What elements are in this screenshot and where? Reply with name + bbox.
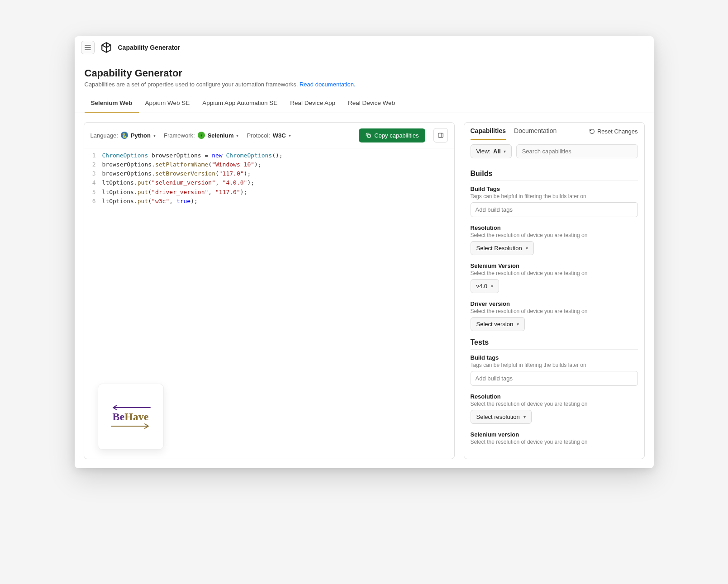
tab-documentation[interactable]: Documentation <box>514 127 557 140</box>
field-help: Select the resolution of device you are … <box>471 439 638 445</box>
behave-logo-text: BeHave <box>113 411 149 423</box>
tab-selenium-web[interactable]: Selenium Web <box>85 94 139 113</box>
field-help: Tags can be helpful in filtering the bui… <box>471 193 638 199</box>
field-label: Resolution <box>471 224 638 231</box>
field-selenium-version: Selenium VersionSelect the resolution of… <box>471 262 638 293</box>
tab-appium-web-se[interactable]: Appium Web SE <box>139 94 196 113</box>
line-number: 1 <box>84 151 102 160</box>
protocol-label: Protocol: <box>247 132 270 139</box>
section-tests: Tests <box>471 338 638 350</box>
field-build-tags: Build tagsTags can be helpful in filteri… <box>471 354 638 386</box>
field-help: Select the resolution of device you are … <box>471 308 638 314</box>
capabilities-panel: CapabilitiesDocumentation Reset Changes … <box>464 122 645 459</box>
view-label: View: <box>476 148 491 155</box>
code-line: 2browserOptions.setPlatformName("Windows… <box>84 160 454 169</box>
reset-changes-button[interactable]: Reset Changes <box>589 128 638 139</box>
tab-real-device-web[interactable]: Real Device Web <box>342 94 401 113</box>
code-content: browserOptions.setBrowserVersion("117.0"… <box>102 169 251 178</box>
build-tags-input[interactable] <box>471 202 638 217</box>
chevron-down-icon: ▾ <box>504 149 506 154</box>
topbar: Capability Generator <box>75 36 654 59</box>
page-subtitle: Capabilities are a set of properties use… <box>85 81 644 88</box>
framework-selector[interactable]: Framework: ✶ Selenium ▾ <box>164 132 238 139</box>
dropdown-value: Select resolution <box>476 413 520 420</box>
view-selector[interactable]: View: All ▾ <box>471 144 512 158</box>
capabilities-toolbar: CapabilitiesDocumentation Reset Changes <box>464 123 644 140</box>
chevron-down-icon: ▾ <box>491 284 493 289</box>
field-label: Build tags <box>471 354 638 361</box>
resolution-dropdown[interactable]: Select Resolution▾ <box>471 241 534 255</box>
chevron-down-icon: ▾ <box>153 133 156 138</box>
capabilities-filter: View: All ▾ <box>464 140 644 163</box>
line-number: 4 <box>84 178 102 187</box>
section-builds: Builds <box>471 170 638 181</box>
capabilities-tabs: CapabilitiesDocumentation <box>471 127 557 140</box>
copy-icon <box>365 132 371 138</box>
line-number: 2 <box>84 160 102 169</box>
subtitle-text: Capabilities are a set of properties use… <box>85 81 300 88</box>
language-value: Python <box>131 132 151 139</box>
language-selector[interactable]: Language: 🐍 Python ▾ <box>90 132 156 139</box>
tab-real-device-app[interactable]: Real Device App <box>284 94 342 113</box>
language-label: Language: <box>90 132 118 139</box>
copy-capabilities-button[interactable]: Copy capabilities <box>359 128 425 142</box>
field-resolution: ResolutionSelect the resolution of devic… <box>471 393 638 424</box>
tab-appium-app-automation-se[interactable]: Appium App Automation SE <box>196 94 284 113</box>
framework-label: Framework: <box>164 132 195 139</box>
framework-value: Selenium <box>208 132 234 139</box>
main-tabs: Selenium WebAppium Web SEAppium App Auto… <box>75 94 654 113</box>
field-driver-version: Driver versionSelect the resolution of d… <box>471 300 638 331</box>
dropdown-value: Select Resolution <box>476 245 522 252</box>
text-cursor <box>198 198 198 204</box>
capabilities-body[interactable]: BuildsBuild TagsTags can be helpful in f… <box>464 163 644 459</box>
documentation-link[interactable]: Read documentation. <box>300 81 356 88</box>
arrow-left-icon <box>110 404 151 411</box>
build-tags-input[interactable] <box>471 371 638 386</box>
code-line: 1ChromeOptions browserOptions = new Chro… <box>84 151 454 160</box>
protocol-value: W3C <box>273 132 286 139</box>
tab-capabilities[interactable]: Capabilities <box>471 127 506 140</box>
field-help: Select the resolution of device you are … <box>471 232 638 238</box>
code-content: ltOptions.put("selenium_version", "4.0.0… <box>102 178 255 187</box>
field-label: Resolution <box>471 393 638 400</box>
search-capabilities-input[interactable] <box>516 144 638 158</box>
app-window: Capability Generator Capability Generato… <box>75 36 654 468</box>
code-line: 4ltOptions.put("selenium_version", "4.0.… <box>84 178 454 187</box>
python-icon: 🐍 <box>121 132 128 139</box>
protocol-selector[interactable]: Protocol: W3C ▾ <box>247 132 290 139</box>
chevron-down-icon: ▾ <box>236 133 238 138</box>
code-toolbar: Language: 🐍 Python ▾ Framework: ✶ Seleni… <box>84 123 454 148</box>
view-value: All <box>493 148 501 155</box>
code-line: 3browserOptions.setBrowserVersion("117.0… <box>84 169 454 178</box>
code-content: browserOptions.setPlatformName("Windows … <box>102 160 262 169</box>
content-body: Language: 🐍 Python ▾ Framework: ✶ Seleni… <box>75 113 654 468</box>
dropdown-value: v4.0 <box>476 283 488 290</box>
code-content: ltOptions.put("driver_version", "117.0")… <box>102 188 247 197</box>
line-number: 3 <box>84 169 102 178</box>
reset-icon <box>589 128 595 134</box>
selenium-version-dropdown[interactable]: v4.0▾ <box>471 279 500 293</box>
driver-version-dropdown[interactable]: Select version▾ <box>471 317 525 331</box>
behave-badge: BeHave <box>98 384 164 450</box>
chevron-down-icon: ▾ <box>517 322 519 327</box>
panel-toggle-button[interactable] <box>433 128 448 142</box>
field-help: Select the resolution of device you are … <box>471 270 638 276</box>
field-label: Selenium Version <box>471 262 638 269</box>
behave-text-left: Be <box>113 411 125 423</box>
menu-button[interactable] <box>81 41 95 54</box>
copy-label: Copy capabilities <box>374 132 419 139</box>
page-title: Capability Generator <box>85 67 644 79</box>
resolution-dropdown[interactable]: Select resolution▾ <box>471 410 532 424</box>
field-label: Selenium version <box>471 431 638 438</box>
field-label: Build Tags <box>471 185 638 192</box>
code-line: 5ltOptions.put("driver_version", "117.0"… <box>84 188 454 197</box>
dropdown-value: Select version <box>476 321 514 328</box>
line-number: 6 <box>84 197 102 206</box>
selenium-icon: ✶ <box>198 132 205 139</box>
panel-icon <box>438 132 444 138</box>
hamburger-icon <box>85 45 91 50</box>
field-build-tags: Build TagsTags can be helpful in filteri… <box>471 185 638 217</box>
app-title: Capability Generator <box>118 44 181 51</box>
logo-icon <box>100 41 113 54</box>
arrow-right-icon <box>110 423 151 429</box>
